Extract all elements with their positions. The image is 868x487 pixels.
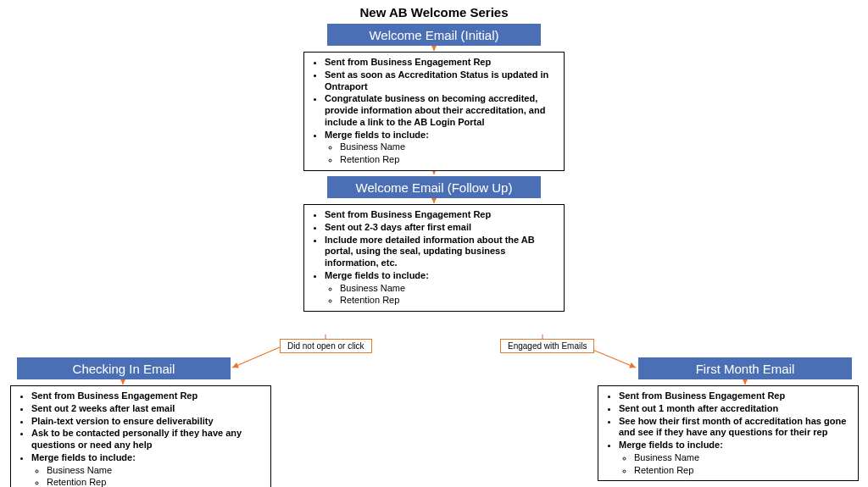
- firstmonth-body: Sent from Business Engagement Rep Sent o…: [598, 385, 859, 481]
- initial-bullet: Sent from Business Engagement Rep: [325, 57, 557, 69]
- svg-line-5: [232, 347, 280, 368]
- checkin-header: Checking In Email: [17, 357, 231, 379]
- branch-label-right: Engaged with Emails: [500, 339, 594, 353]
- checkin-bullet: Sent from Business Engagement Rep: [31, 390, 264, 402]
- followup-merge: Business Name: [340, 283, 557, 295]
- checkin-bullet: Ask to be contacted personally if they h…: [31, 428, 264, 451]
- firstmonth-merge: Retention Rep: [634, 465, 851, 477]
- checkin-body: Sent from Business Engagement Rep Sent o…: [10, 385, 271, 487]
- firstmonth-bullet: Sent out 1 month after accreditation: [619, 403, 851, 415]
- checkin-merge: Business Name: [47, 465, 264, 477]
- initial-bullet: Merge fields to include: Business Name R…: [325, 130, 557, 166]
- followup-bullet: Include more detailed information about …: [325, 235, 557, 269]
- initial-bullet: Congratulate business on becoming accred…: [325, 93, 557, 128]
- firstmonth-header: First Month Email: [638, 357, 852, 379]
- initial-body: Sent from Business Engagement Rep Sent a…: [303, 52, 565, 171]
- firstmonth-bullet: See how their first month of accreditati…: [619, 416, 851, 440]
- initial-header: Welcome Email (Initial): [327, 24, 541, 46]
- checkin-bullet: Merge fields to include: Business Name R…: [31, 452, 264, 487]
- firstmonth-bullet: Sent from Business Engagement Rep: [619, 390, 851, 402]
- followup-header: Welcome Email (Follow Up): [327, 176, 541, 198]
- checkin-bullet: Sent out 2 weeks after last email: [31, 403, 264, 415]
- followup-bullet: Sent from Business Engagement Rep: [325, 209, 557, 221]
- initial-bullet: Sent as soon as Accreditation Status is …: [325, 69, 557, 93]
- initial-merge: Retention Rep: [340, 154, 557, 166]
- branch-label-left: Did not open or click: [280, 339, 372, 353]
- firstmonth-bullet: Merge fields to include: Business Name R…: [619, 440, 851, 476]
- followup-bullet: Sent out 2-3 days after first email: [325, 222, 557, 234]
- checkin-bullet: Plain-text version to ensure deliverabil…: [31, 416, 264, 428]
- followup-body: Sent from Business Engagement Rep Sent o…: [303, 204, 565, 312]
- firstmonth-merge: Business Name: [634, 452, 851, 464]
- initial-merge: Business Name: [340, 141, 557, 153]
- diagram-title: New AB Welcome Series: [0, 5, 868, 19]
- checkin-merge: Retention Rep: [47, 477, 264, 487]
- followup-merge: Retention Rep: [340, 295, 557, 307]
- followup-bullet: Merge fields to include: Business Name R…: [325, 270, 557, 307]
